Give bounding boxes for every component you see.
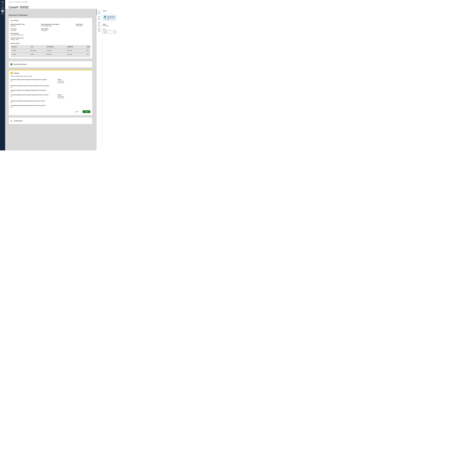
review-question-row: Is Individual Profile Setup complete and… xyxy=(11,105,90,108)
task-id-column: ID1234 xyxy=(103,16,106,20)
reason-label: Reason xyxy=(58,94,90,96)
status-value: Lorem Ipsum xyxy=(103,25,118,26)
question-answer: Yes xyxy=(11,102,58,103)
field-ambassador-name: Branch Ambassador's name Bob Marley xyxy=(11,24,41,26)
attach-document-icon xyxy=(99,28,100,30)
question-answer: No xyxy=(11,96,58,97)
case-details-card: Case details Branch Ambassador's name Bo… xyxy=(9,18,92,59)
case-details-row: Branch Ambassador's name Bob Marley Bran… xyxy=(11,24,90,26)
step-title: Confirmation xyxy=(14,120,23,122)
reason-line: Dolor sit amet xyxy=(58,82,90,83)
actions-select-dropdown[interactable]: Select xyxy=(103,31,116,34)
question-label: Is Individual Profile Setup complete and… xyxy=(11,105,58,106)
column-header: DATE OPENED xyxy=(47,46,67,47)
task-avatar-ellipsis-icon xyxy=(104,16,106,17)
home-icon[interactable] xyxy=(9,1,10,2)
question-label: Is Business Resolution Document complete… xyxy=(11,85,58,86)
reason-block: Reason Lorem Ipsum Dolor sit amet xyxy=(58,79,90,83)
step-title: Review xyxy=(14,72,19,74)
breadcrumb-separator: / xyxy=(21,1,21,2)
step-heading: Document Verification xyxy=(9,14,97,16)
question-label: Is Ownership Maintenance Form complete a… xyxy=(11,94,58,96)
question-answer: No xyxy=(11,81,58,82)
cell-type: 360 Checking xyxy=(31,50,47,51)
breadcrumb-dashboard-link[interactable]: Case Dashboard xyxy=(14,1,20,2)
field-value: Lorem Ipsum xyxy=(76,25,90,26)
accounts-table-header: ACCOUNT # TYPE DATE OPENED OWNERSHIP STA… xyxy=(11,45,90,49)
right-rail: Tasks Details Link Cases xyxy=(97,9,102,151)
shield-icon xyxy=(1,1,4,4)
field-label: Branch Name xyxy=(76,24,90,25)
field-value: Bob Marley xyxy=(11,25,41,26)
review-question-row: Is Business Signature Card complete and … xyxy=(11,90,90,92)
task-card[interactable]: ID1234 Document review Task description … xyxy=(103,15,116,21)
field-value: Lorem ipsum dolor sit amet. xyxy=(11,34,41,36)
breadcrumb-home-link[interactable]: Home xyxy=(10,1,13,2)
field-label: Cost Center xyxy=(11,28,41,30)
field-value: 23 (May 7, 2025) xyxy=(11,39,41,40)
field-label: Branch Ambassador's name xyxy=(11,24,41,25)
reason-block: Reason Lorem Ipsum Dolor sit amet xyxy=(58,94,90,99)
cell-ownership: Sole Owner xyxy=(67,50,87,51)
question-block: Is Business Entity Document complete and… xyxy=(11,79,58,83)
question-label: Is Business Profile Setup complete and m… xyxy=(11,100,58,102)
cancel-button[interactable]: Cancel xyxy=(75,111,79,112)
task-description: Task description here. xyxy=(107,17,115,20)
case-details-row: Notes (Optional) Lorem ipsum dolor sit a… xyxy=(11,33,90,36)
cell-type: Savings xyxy=(31,54,47,55)
field-value: Lorem Ipsum xyxy=(41,30,76,31)
app-logo[interactable] xyxy=(0,0,5,5)
document-review-step[interactable]: Document Review xyxy=(9,61,92,68)
review-step-card: ! Review Review the following details be… xyxy=(9,70,92,115)
task-title: Document review xyxy=(107,16,115,17)
rail-item-attach[interactable]: Attach xyxy=(97,28,102,32)
field-days-until-closed: Days until account closed 23 (May 7, 202… xyxy=(11,37,41,40)
field-value: bob.marley@bank.com xyxy=(41,25,76,26)
chevron-down-icon xyxy=(114,32,115,32)
sidebar-item-label: Search xyxy=(1,7,4,8)
field-cost-center: Cost Center Loren Ipsum xyxy=(11,28,41,31)
confirmation-step[interactable]: 3 Confirmation xyxy=(9,118,92,124)
cell-date-opened: 06/12/2024 xyxy=(47,54,67,55)
task-text-block: Document review Task description here. xyxy=(107,16,115,20)
reason-label: Reason xyxy=(58,79,90,80)
step-title: Document Review xyxy=(14,63,26,65)
cell-ownership: Sole Owner xyxy=(67,54,87,55)
sidebar-item-search[interactable]: Search xyxy=(0,5,5,9)
field-label: Notes (Optional) xyxy=(11,33,41,34)
rail-item-tasks[interactable]: Tasks xyxy=(97,11,102,14)
rail-item-link-cases[interactable]: Link Cases xyxy=(97,22,102,27)
review-question-row: Is Ownership Maintenance Form complete a… xyxy=(11,94,90,99)
search-icon xyxy=(2,5,3,7)
field-value: Loren Ipsum xyxy=(11,30,41,31)
question-label: Is Business Signature Card complete and … xyxy=(11,90,58,91)
table-row[interactable]: ******9876 Savings 06/12/2024 Sole Owner… xyxy=(11,52,90,56)
warning-icon: ! xyxy=(11,72,13,74)
check-icon xyxy=(98,11,100,12)
field-ambassador-email: Branch Ambassador's email address bob.ma… xyxy=(41,24,76,26)
review-question-row: Is Business Entity Document complete and… xyxy=(11,79,90,83)
main-content: Document Verification Case details Branc… xyxy=(5,9,97,151)
page-header: Home / Case Dashboard / Case#: 00002 Cas… xyxy=(5,0,118,9)
question-block: Is Business Profile Setup complete and m… xyxy=(11,100,58,103)
cell-date-opened: 11/25/2023 xyxy=(47,50,67,51)
app-sidebar: Search Offline xyxy=(0,0,5,151)
question-block: Is Individual Profile Setup complete and… xyxy=(11,105,58,108)
rail-item-details[interactable]: Details xyxy=(97,16,102,20)
sidebar-item-offline[interactable]: Offline xyxy=(0,9,5,14)
cell-account-number: ******9876 xyxy=(11,54,31,55)
question-block: Is Business Signature Card complete and … xyxy=(11,90,58,92)
panel-divider xyxy=(103,22,117,22)
column-header: STATUS xyxy=(87,46,90,47)
rail-item-label: Attach xyxy=(98,31,101,32)
offline-status-circle xyxy=(1,10,4,12)
case-details-row: Cost Center Loren Ipsum Branch Region Lo… xyxy=(11,28,90,31)
case-details-title: Case details xyxy=(11,20,90,21)
case-details-row: Days until account closed 23 (May 7, 202… xyxy=(11,37,90,40)
question-answer: Yes xyxy=(11,91,58,92)
tasks-panel: Tasks ID1234 Document review Task descri… xyxy=(102,9,118,151)
submit-button[interactable]: Submit xyxy=(83,110,90,113)
question-block: Is Ownership Maintenance Form complete a… xyxy=(11,94,58,99)
table-row[interactable]: ******7890 360 Checking 11/25/2023 Sole … xyxy=(11,49,90,52)
page-title: Case#: 00002 xyxy=(9,5,29,9)
